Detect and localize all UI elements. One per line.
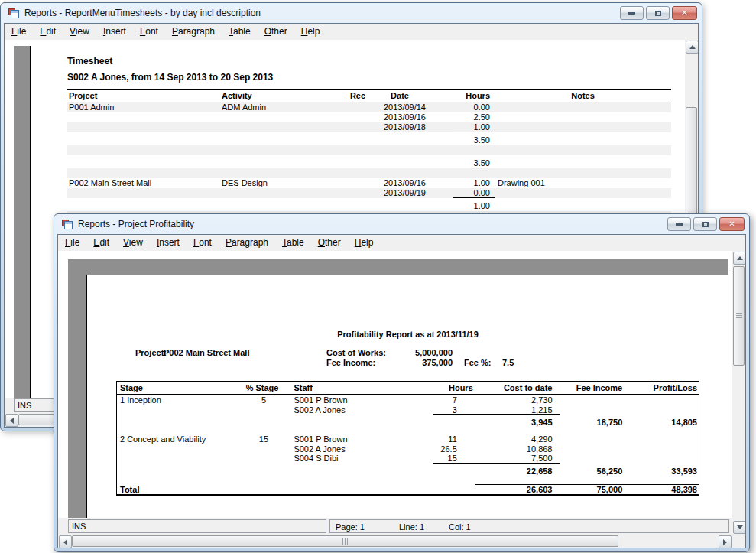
cell-project: P002 Main Street Mall — [67, 178, 222, 188]
cell-hours: 26.5 — [380, 444, 475, 454]
cell-staff: S004 S Dibi — [284, 454, 380, 464]
profitability-row: 22,658 56,250 33,593 — [117, 464, 699, 476]
minimize-button[interactable] — [667, 217, 691, 231]
timesheet-heading: Timesheet — [67, 56, 671, 67]
cell-profit-loss — [628, 434, 699, 444]
fee-income-label: Fee Income: — [326, 358, 375, 367]
scroll-up-button[interactable] — [733, 252, 746, 265]
scroll-right-button[interactable] — [719, 535, 732, 548]
menu-item[interactable]: View — [63, 24, 96, 40]
horizontal-scrollbar[interactable] — [58, 535, 732, 548]
timesheets-menubar: FileEditViewInsertFontParagraphTableOthe… — [5, 24, 698, 40]
profitability-menubar: FileEditViewInsertFontParagraphTableOthe… — [58, 235, 745, 251]
col-header-hours: Hours — [428, 90, 495, 102]
cell-date: 2013/09/14 — [372, 102, 428, 112]
col-header-date: Date — [372, 90, 428, 102]
cell-stage — [117, 405, 243, 415]
scroll-down-button[interactable] — [733, 521, 746, 534]
cell-stage: 2 Concept and Viability — [117, 434, 243, 444]
cell-staff — [284, 476, 380, 483]
cell-hours — [380, 427, 475, 434]
cell-hours: 1.00 — [428, 178, 495, 188]
minimize-button[interactable] — [620, 6, 644, 20]
cell-hours: 15 — [380, 454, 475, 464]
cell-cost-to-date: 2,730 — [475, 395, 560, 405]
cell-staff: S001 P Brown — [284, 395, 380, 405]
maximize-button[interactable] — [693, 217, 717, 231]
cell-date: 2013/09/18 — [372, 122, 428, 132]
menu-item[interactable]: Table — [275, 235, 311, 251]
horizontal-scroll-thumb[interactable] — [72, 535, 618, 547]
col-header-rec: Rec — [344, 90, 372, 102]
menu-item[interactable]: Paragraph — [165, 24, 222, 40]
profitability-row: S002 A Jones 3 1,215 — [117, 405, 699, 415]
menu-item[interactable]: Other — [258, 24, 294, 40]
app-icon — [8, 7, 20, 19]
profitability-document-page[interactable]: Profitability Report as at 2013/11/19 Pr… — [86, 275, 732, 518]
cell-notes — [495, 102, 671, 112]
scroll-left-button[interactable] — [5, 414, 18, 427]
maximize-icon — [702, 222, 709, 227]
up-arrow-icon — [689, 45, 696, 49]
cell-profit-loss — [628, 444, 699, 454]
vertical-scrollbar[interactable] — [732, 251, 745, 535]
cell-activity — [222, 168, 344, 178]
close-icon: ✕ — [681, 9, 687, 17]
cell-hours: 1.00 — [428, 122, 495, 132]
cell-cost-to-date: 7,500 — [475, 454, 560, 464]
cell-fee-income: 18,750 — [560, 418, 628, 427]
cell-rec — [344, 168, 372, 178]
menu-item[interactable]: Paragraph — [219, 235, 275, 251]
cell-hours: 2.50 — [428, 112, 495, 122]
profitability-row: S004 S Dibi 15 7,500 — [117, 454, 699, 464]
cell-hours: 3 — [380, 405, 475, 415]
cell-hours — [380, 476, 475, 483]
cell-hours — [428, 145, 495, 155]
profitability-table-header: Stage % Stage Staff Hours Cost to date F… — [117, 382, 699, 395]
maximize-button[interactable] — [646, 6, 670, 20]
cell-stage — [117, 444, 243, 454]
menu-item[interactable]: Insert — [150, 235, 187, 251]
left-arrow-icon — [10, 418, 14, 424]
menu-item[interactable]: Edit — [33, 24, 63, 40]
menu-item[interactable]: File — [5, 24, 33, 40]
menu-item[interactable]: Font — [187, 235, 219, 251]
cell-rec — [344, 188, 372, 198]
menu-item[interactable]: Insert — [96, 24, 133, 40]
timesheet-row — [67, 145, 671, 155]
timesheet-row: 3.50 — [67, 132, 671, 145]
profitability-row: 3,945 18,750 14,805 — [117, 415, 699, 427]
col-header-fee-income: Fee Income — [559, 382, 628, 394]
cell-hours: 7 — [380, 395, 475, 405]
cell-activity: DES Design — [222, 178, 344, 188]
vertical-scroll-thumb[interactable] — [733, 266, 745, 366]
menu-item[interactable]: View — [116, 235, 150, 251]
profitability-row: S002 A Jones 26.5 10,868 — [117, 444, 699, 454]
timesheets-titlebar[interactable]: Reports - ReportMenuTimesheets - by day … — [1, 3, 702, 23]
menu-item[interactable]: Font — [133, 24, 165, 40]
scroll-up-button[interactable] — [686, 41, 699, 54]
timesheet-row: P002 Main Street Mall DES Design 2013/09… — [67, 178, 671, 188]
desktop: Reports - ReportMenuTimesheets - by day … — [0, 0, 756, 553]
menu-item[interactable]: File — [58, 235, 86, 251]
cell-cost-to-date — [475, 427, 560, 434]
down-arrow-icon — [737, 525, 743, 529]
cell-hours: 0.00 — [428, 188, 495, 198]
menu-item[interactable]: Edit — [86, 235, 116, 251]
cell-fee-income — [560, 476, 628, 483]
menu-item[interactable]: Help — [294, 24, 327, 40]
cell-activity: ADM Admin — [222, 102, 344, 112]
timesheet-table-body: P001 Admin ADM Admin 2013/09/14 0.00 — [67, 102, 671, 221]
close-button[interactable]: ✕ — [719, 217, 745, 231]
cell-cost-to-date: 1,215 — [475, 405, 560, 415]
profitability-titlebar[interactable]: Reports - Project Profitability ✕ — [54, 214, 749, 234]
cell-notes — [495, 122, 671, 132]
scroll-left-button[interactable] — [59, 535, 72, 548]
timesheet-row: 2013/09/18 1.00 — [67, 122, 671, 132]
close-button[interactable]: ✕ — [672, 6, 697, 20]
menu-item[interactable]: Table — [222, 24, 258, 40]
vertical-scroll-thumb[interactable] — [686, 107, 697, 229]
menu-item[interactable]: Help — [348, 235, 381, 251]
menu-item[interactable]: Other — [311, 235, 348, 251]
status-col: Col: 1 — [449, 521, 471, 533]
